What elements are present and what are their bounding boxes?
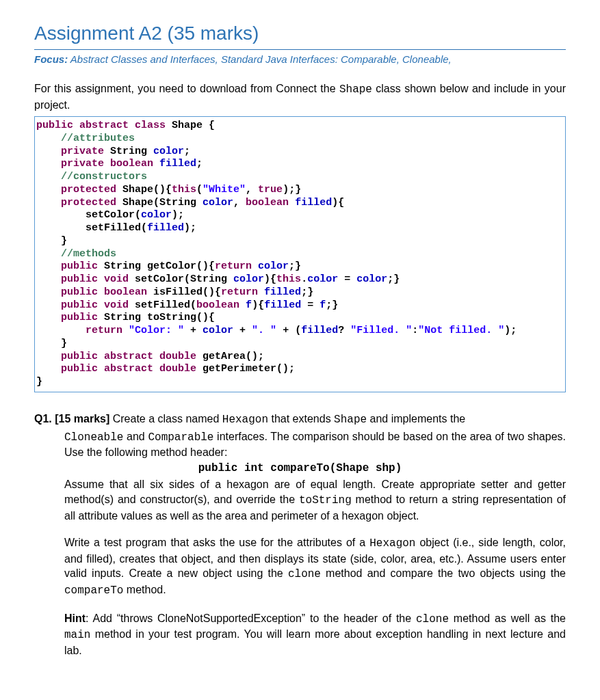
code-token xyxy=(153,363,159,375)
code-token: ){ xyxy=(332,197,344,208)
code-text: clone xyxy=(416,613,449,625)
code-token: } xyxy=(36,376,42,388)
code-token: String xyxy=(104,146,153,157)
title-divider xyxy=(34,49,566,50)
intro-code: Shape xyxy=(339,83,372,96)
code-text: Cloneable xyxy=(64,431,123,444)
q1-sub: Cloneable and Comparable interfaces. The… xyxy=(34,429,566,460)
q1-hint: Hint: Add “throws CloneNotSupportedExcep… xyxy=(34,611,566,658)
code-token: public xyxy=(36,286,98,298)
q1-para-3: Write a test program that asks the use f… xyxy=(34,535,566,598)
code-token: public xyxy=(36,363,98,375)
code-text: Shape xyxy=(334,414,367,426)
code-token: );} xyxy=(283,184,301,196)
code-token: color xyxy=(356,273,387,285)
code-token: //constructors xyxy=(36,171,147,183)
code-token: double xyxy=(159,363,196,375)
text: method. xyxy=(123,584,166,595)
text: Create a class named xyxy=(109,413,222,425)
text: and xyxy=(123,431,148,442)
code-token: abstract xyxy=(104,351,153,362)
code-token: isFilled(){ xyxy=(147,286,221,298)
code-token: filled xyxy=(159,158,196,170)
page-title: Assignment A2 (35 marks) xyxy=(34,21,566,46)
code-token: color xyxy=(203,197,233,208)
code-token: ". " xyxy=(252,325,276,336)
code-token: return xyxy=(36,325,122,336)
intro-pre: For this assignment, you need to downloa… xyxy=(34,83,339,94)
code-token: setFilled( xyxy=(129,299,196,311)
code-token: , xyxy=(246,184,258,196)
method-header: public int compareTo(Shape shp) xyxy=(34,461,566,476)
code-token: ){ xyxy=(264,273,276,285)
focus-label: Focus: xyxy=(34,53,68,65)
code-token: filled xyxy=(264,286,301,298)
code-token: ? xyxy=(338,325,350,336)
focus-line: Focus: Abstract Classes and Interfaces, … xyxy=(34,53,566,66)
code-token: this xyxy=(276,273,301,285)
code-token: color xyxy=(307,273,338,285)
code-text: main xyxy=(64,629,90,641)
code-token: public xyxy=(36,299,98,311)
code-token: ( xyxy=(196,184,203,196)
code-text: toString xyxy=(299,494,352,507)
q1-para-2: Assume that all six sides of a hexagon a… xyxy=(34,477,566,523)
code-token: this xyxy=(172,184,196,196)
code-token: ){ xyxy=(252,299,264,311)
code-token xyxy=(98,363,104,375)
intro-paragraph: For this assignment, you need to downloa… xyxy=(34,81,566,112)
code-token xyxy=(252,260,258,272)
text: method in your test program. You will le… xyxy=(64,628,566,656)
focus-text: Abstract Classes and Interfaces, Standar… xyxy=(68,53,452,65)
code-token: boolean xyxy=(196,299,239,311)
code-token: "Not filled. " xyxy=(418,325,504,336)
code-token xyxy=(98,351,104,362)
code-block: public abstract class Shape { //attribut… xyxy=(34,116,566,392)
code-token: class xyxy=(129,120,166,131)
code-token: f xyxy=(246,299,252,311)
code-token: protected xyxy=(36,184,116,196)
code-token: color xyxy=(153,146,184,157)
text: Write a test program that asks the use f… xyxy=(64,537,369,548)
code-token: //attributes xyxy=(36,133,135,144)
code-token xyxy=(98,299,104,311)
code-text: clone xyxy=(288,568,321,580)
code-text: compareTo xyxy=(64,584,123,597)
code-token: color xyxy=(258,260,289,272)
code-token: Shape(String xyxy=(116,197,203,208)
code-token: Shape { xyxy=(166,120,215,131)
code-token: setColor(String xyxy=(129,273,233,285)
code-token: filled xyxy=(295,197,332,208)
text: : Add “throws CloneNotSupportedException… xyxy=(86,612,416,624)
code-token: getPerimeter(); xyxy=(196,363,295,375)
code-token: abstract xyxy=(104,363,153,375)
code-token: private xyxy=(36,146,104,157)
code-token xyxy=(153,158,159,170)
code-token: ); xyxy=(504,325,517,336)
code-token xyxy=(98,286,104,298)
code-token: f xyxy=(319,299,326,311)
code-token: , xyxy=(233,197,246,208)
code-token: Shape(){ xyxy=(116,184,172,196)
text: method and compare the two objects using… xyxy=(321,567,566,579)
code-token: + ( xyxy=(276,325,301,336)
code-token xyxy=(239,299,246,311)
code-token: filled xyxy=(264,299,301,311)
code-token: "Color: " xyxy=(129,325,184,336)
text: method as well as the xyxy=(449,612,566,624)
code-token: abstract xyxy=(73,120,129,131)
code-token: color xyxy=(141,209,172,221)
code-text: Comparable xyxy=(148,431,213,444)
code-token: . xyxy=(301,273,307,285)
code-text: Hexagon xyxy=(222,414,268,426)
code-token: + xyxy=(233,325,252,336)
code-token: boolean xyxy=(246,197,289,208)
code-token: void xyxy=(104,299,129,311)
code-token: //methods xyxy=(36,248,116,260)
code-token: public xyxy=(36,351,98,362)
question-block: Q1. [15 marks] Create a class named Hexa… xyxy=(34,412,566,658)
code-token: ;} xyxy=(387,273,400,285)
code-token: ;} xyxy=(301,286,313,298)
code-token: color xyxy=(203,325,233,336)
code-token: } xyxy=(36,235,67,247)
